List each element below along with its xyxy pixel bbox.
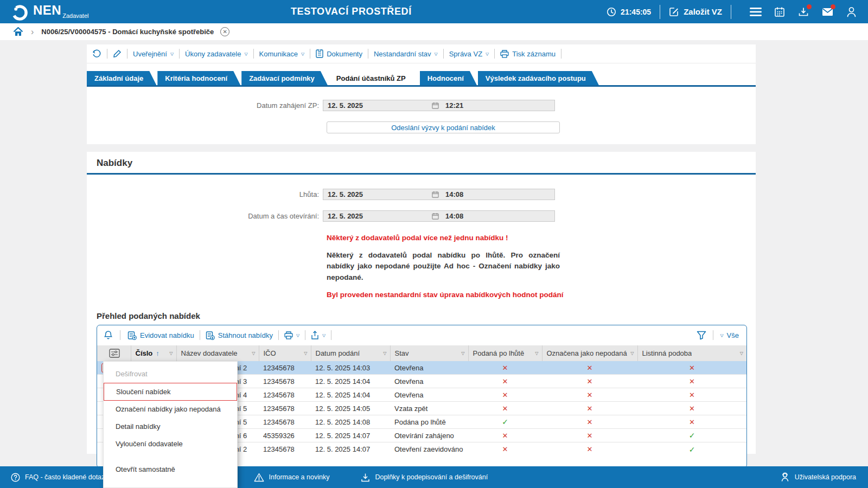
date-value[interactable]: 12. 5. 2025 xyxy=(323,190,432,198)
register-offer-icon xyxy=(127,331,137,340)
cell-stav: Podána po lhůtě xyxy=(390,415,468,429)
menu-ukony-zadavatele[interactable]: Úkony zadavatele▽ xyxy=(185,50,248,58)
send-vyzva-button[interactable]: Odeslání výzvy k podání nabídek xyxy=(327,121,560,133)
otevirani-input[interactable]: 12. 5. 2025 14:08 xyxy=(323,210,555,222)
create-vz-button[interactable]: Založit VZ xyxy=(669,7,722,17)
calendar-button[interactable] xyxy=(771,4,788,20)
column-header-nazev[interactable]: Název dodavatele▽ xyxy=(176,345,259,361)
tab-zadavaci-podminky[interactable]: Zadávací podmínky xyxy=(241,71,328,85)
start-date-row: Datum zahájení ZP: 12. 5. 2025 12:21 xyxy=(87,100,756,111)
menu-item-detail-nabidky[interactable]: Detail nabídky xyxy=(104,418,237,435)
menu-uverejneni[interactable]: Uveřejnění▽ xyxy=(133,50,174,58)
filter-caret-icon[interactable]: ▽ xyxy=(383,351,386,356)
section-title: Nabídky xyxy=(87,152,756,173)
footer-doplnky-link[interactable]: Doplňky k podepisování a dešifrování xyxy=(361,473,488,482)
footer-informace-link[interactable]: Informace a novinky xyxy=(254,473,330,482)
clock-icon xyxy=(607,7,616,17)
divider xyxy=(368,49,368,59)
divider xyxy=(127,49,127,59)
lhuta-input[interactable]: 12. 5. 2025 14:08 xyxy=(323,189,555,200)
chevron-down-icon: ▽ xyxy=(301,52,304,56)
start-date-input[interactable]: 12. 5. 2025 12:21 xyxy=(323,100,555,111)
time-value[interactable]: 14:08 xyxy=(442,212,463,220)
menu-dokumenty[interactable]: Dokumenty xyxy=(316,49,362,58)
filter-vse-dropdown[interactable]: ▽ Vše xyxy=(720,331,739,339)
breadcrumb-record[interactable]: N006/25/V00004575 - Domácí kuchyňské spo… xyxy=(41,28,214,36)
tab-podani-ucastniku-zp[interactable]: Podání účastníků ZP xyxy=(329,71,419,85)
column-header-nepodana[interactable]: Označena jako nepodaná▽ xyxy=(542,345,637,361)
export-button[interactable]: ▽ xyxy=(311,331,326,340)
column-header-cislo[interactable]: Číslo↑▽ xyxy=(131,345,176,361)
clock-value: 21:45:05 xyxy=(621,8,651,16)
messages-button[interactable] xyxy=(819,4,835,20)
footer-faq-link[interactable]: FAQ - často kladené dotazy xyxy=(0,473,108,482)
filter-caret-icon[interactable]: ▽ xyxy=(630,351,634,356)
home-icon[interactable] xyxy=(13,27,23,36)
filter-caret-icon[interactable]: ▽ xyxy=(252,351,255,356)
filter-caret-icon[interactable]: ▽ xyxy=(535,351,538,356)
filter-caret-icon[interactable]: ▽ xyxy=(740,351,743,356)
column-header-listinna[interactable]: Listinná podoba▽ xyxy=(637,345,746,361)
note-late-offer: Některý z dodavatelů podal nabídku po lh… xyxy=(327,250,560,283)
filter-caret-icon[interactable]: ▽ xyxy=(461,351,464,356)
cell-listinna: ✕ xyxy=(637,388,746,402)
menu-item-otevrit-samostatne[interactable]: Otevřít samostatně xyxy=(104,461,237,478)
filter-icon[interactable] xyxy=(697,331,706,340)
chevron-down-icon: ▽ xyxy=(435,52,438,56)
nen-logo[interactable]: NEN Zadavatel xyxy=(0,2,88,22)
date-value[interactable]: 12. 5. 2025 xyxy=(323,212,432,220)
column-header-ico[interactable]: IČO▽ xyxy=(259,345,311,361)
tab-vysledek-postupu[interactable]: Výsledek zadávacího postupu xyxy=(478,71,599,85)
time-value[interactable]: 12:21 xyxy=(442,101,463,110)
cell-po-lhute: ✕ xyxy=(468,375,542,388)
nen-logo-icon xyxy=(11,4,29,22)
bell-icon[interactable] xyxy=(104,330,113,340)
topbar-divider xyxy=(731,5,731,19)
warning-multiple-offers: Některý z dodavatelů podal více než jedn… xyxy=(327,234,582,242)
tab-zakladni-udaje[interactable]: Základní údaje xyxy=(87,71,156,85)
column-header-datum[interactable]: Datum podání▽ xyxy=(311,345,390,361)
offers-toolbar: Evidovat nabídku Stáhnout nabídky ▽ ▽ xyxy=(97,325,746,345)
brand-text: NEN xyxy=(33,3,61,17)
column-header-po-lhute[interactable]: Podaná po lhůtě▽ xyxy=(468,345,542,361)
footer-podpora-link[interactable]: Uživatelská podpora xyxy=(780,472,868,482)
cell-ico: 12345678 xyxy=(259,375,311,388)
sort-asc-icon[interactable]: ↑ xyxy=(156,349,159,357)
evidovat-nabidku-button[interactable]: Evidovat nabídku xyxy=(127,331,194,340)
filter-caret-icon[interactable]: ▽ xyxy=(169,351,173,356)
calendar-icon[interactable] xyxy=(432,213,442,220)
divider xyxy=(305,330,305,340)
calendar-icon[interactable] xyxy=(432,102,442,109)
tab-kriteria-hodnoceni[interactable]: Kritéria hodnocení xyxy=(157,71,240,85)
print-table-button[interactable]: ▽ xyxy=(284,331,299,339)
menu-item-slouceni-nabidek[interactable]: Sloučení nabídek xyxy=(104,383,237,401)
menu-sprava-vz[interactable]: Správa VZ▽ xyxy=(449,50,489,58)
filter-caret-icon[interactable]: ▽ xyxy=(304,351,307,356)
tab-hodnoceni[interactable]: Hodnocení xyxy=(420,71,477,85)
cell-ico: 12345678 xyxy=(259,361,311,375)
chevron-down-icon: ▽ xyxy=(244,52,247,56)
date-value[interactable]: 12. 5. 2025 xyxy=(323,101,432,110)
close-record-icon[interactable]: ✕ xyxy=(220,27,229,36)
chevron-down-icon: ▽ xyxy=(170,52,174,56)
edit-record-button[interactable] xyxy=(113,49,122,58)
menu-item-oznaceni-nepodana[interactable]: Označení nabídky jako nepodaná xyxy=(104,401,237,418)
user-profile-button[interactable] xyxy=(843,4,859,20)
menu-item-vylouceni-dodavatele[interactable]: Vyloučení dodavatele xyxy=(104,435,237,453)
menu-nestandardni-stav[interactable]: Nestandardní stav▽ xyxy=(374,50,438,58)
brand-subtitle: Zadavatel xyxy=(62,12,88,19)
column-header-stav[interactable]: Stav▽ xyxy=(390,345,468,361)
main-menu-button[interactable] xyxy=(748,4,764,20)
create-vz-label: Založit VZ xyxy=(684,7,722,16)
menu-komunikace[interactable]: Komunikace▽ xyxy=(259,50,305,58)
stahnout-nabidky-button[interactable]: Stáhnout nabídky xyxy=(206,331,273,340)
downloads-button[interactable] xyxy=(795,4,812,20)
calendar-icon[interactable] xyxy=(432,191,442,198)
sliders-icon xyxy=(101,349,127,358)
printer-icon xyxy=(500,50,509,58)
undo-button[interactable] xyxy=(92,49,101,59)
time-value[interactable]: 14:08 xyxy=(442,190,463,198)
column-settings-header[interactable] xyxy=(97,345,131,361)
print-record-button[interactable]: Tisk záznamu xyxy=(500,50,556,58)
divider xyxy=(561,49,561,59)
